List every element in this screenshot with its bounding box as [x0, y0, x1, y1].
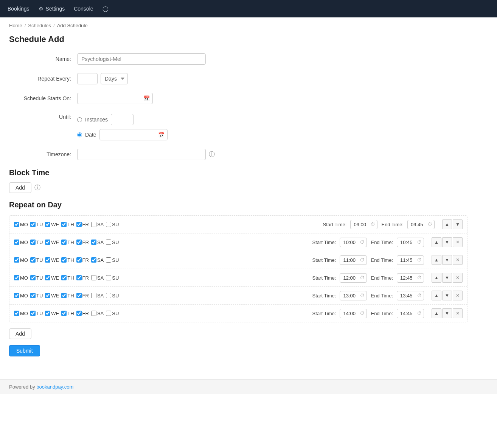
- day-check-sa[interactable]: SA: [91, 222, 104, 227]
- day-checkbox-we[interactable]: [45, 257, 50, 263]
- day-checkbox-we[interactable]: [45, 293, 50, 298]
- move-down-button[interactable]: ▼: [442, 308, 452, 318]
- day-checkbox-fr[interactable]: [76, 222, 82, 227]
- day-check-tu[interactable]: TU: [30, 240, 43, 245]
- day-checkbox-su[interactable]: [106, 293, 111, 298]
- day-check-th[interactable]: TH: [61, 222, 74, 227]
- day-checkbox-mo[interactable]: [14, 222, 19, 227]
- day-checkbox-sa[interactable]: [91, 311, 96, 316]
- nav-settings[interactable]: ⚙ Settings: [39, 6, 65, 12]
- day-checkbox-tu[interactable]: [30, 311, 36, 316]
- day-check-su[interactable]: SU: [106, 311, 119, 316]
- day-checkbox-we[interactable]: [45, 275, 50, 280]
- day-checkbox-fr[interactable]: [76, 240, 82, 245]
- day-checkbox-sa[interactable]: [91, 275, 96, 280]
- day-checkbox-tu[interactable]: [30, 240, 36, 245]
- day-check-su[interactable]: SU: [106, 222, 119, 227]
- nav-console[interactable]: Console: [74, 6, 93, 12]
- remove-row-button[interactable]: ✕: [453, 273, 463, 283]
- day-checkbox-th[interactable]: [61, 311, 67, 316]
- day-check-fr[interactable]: FR: [76, 311, 89, 316]
- breadcrumb-home[interactable]: Home: [9, 23, 22, 28]
- info-icon[interactable]: ⓘ: [209, 151, 215, 159]
- nav-bookings[interactable]: Bookings: [8, 6, 30, 12]
- day-check-mo[interactable]: MO: [14, 275, 28, 281]
- day-check-we[interactable]: WE: [45, 257, 59, 263]
- move-up-button[interactable]: ▲: [442, 219, 452, 229]
- day-check-sa[interactable]: SA: [91, 275, 104, 281]
- day-checkbox-fr[interactable]: [76, 293, 82, 298]
- day-check-we[interactable]: WE: [45, 275, 59, 281]
- day-checkbox-su[interactable]: [106, 311, 111, 316]
- day-checkbox-sa[interactable]: [91, 240, 96, 245]
- day-check-mo[interactable]: MO: [14, 293, 28, 299]
- day-check-sa[interactable]: SA: [91, 257, 104, 263]
- move-down-button[interactable]: ▼: [442, 255, 452, 265]
- day-check-we[interactable]: WE: [45, 311, 59, 316]
- day-checkbox-fr[interactable]: [76, 257, 82, 263]
- move-up-button[interactable]: ▲: [432, 255, 441, 265]
- repeat-every-input[interactable]: 1: [77, 73, 98, 84]
- repeat-every-unit-select[interactable]: Days: [101, 73, 128, 84]
- nav-user-icon[interactable]: ◯: [103, 6, 109, 12]
- day-check-tu[interactable]: TU: [30, 311, 43, 316]
- move-up-button[interactable]: ▲: [432, 308, 441, 318]
- day-checkbox-mo[interactable]: [14, 240, 19, 245]
- day-checkbox-th[interactable]: [61, 257, 67, 263]
- day-checkbox-th[interactable]: [61, 222, 67, 227]
- day-check-we[interactable]: WE: [45, 240, 59, 245]
- day-check-fr[interactable]: FR: [76, 257, 89, 263]
- day-checkbox-th[interactable]: [61, 293, 67, 298]
- day-check-mo[interactable]: MO: [14, 311, 28, 316]
- day-check-su[interactable]: SU: [106, 293, 119, 299]
- day-check-tu[interactable]: TU: [30, 275, 43, 281]
- block-time-info-icon[interactable]: ⓘ: [34, 184, 40, 192]
- until-instances-input[interactable]: [111, 114, 134, 125]
- until-date-input[interactable]: Thu, 05 Aug 2021: [99, 129, 168, 140]
- day-check-th[interactable]: TH: [61, 275, 74, 281]
- day-check-we[interactable]: WE: [45, 222, 59, 227]
- day-checkbox-su[interactable]: [106, 240, 111, 245]
- day-checkbox-we[interactable]: [45, 311, 50, 316]
- breadcrumb-schedules[interactable]: Schedules: [28, 23, 51, 28]
- remove-row-button[interactable]: ✕: [453, 255, 463, 265]
- move-up-button[interactable]: ▲: [432, 273, 441, 283]
- day-checkbox-mo[interactable]: [14, 293, 19, 298]
- until-calendar-icon[interactable]: 📅: [158, 132, 165, 138]
- day-checkbox-sa[interactable]: [91, 222, 96, 227]
- remove-row-button[interactable]: ✕: [453, 237, 463, 247]
- day-checkbox-we[interactable]: [45, 240, 50, 245]
- day-check-we[interactable]: WE: [45, 293, 59, 299]
- day-check-fr[interactable]: FR: [76, 240, 89, 245]
- day-check-fr[interactable]: FR: [76, 293, 89, 299]
- day-check-mo[interactable]: MO: [14, 257, 28, 263]
- day-check-th[interactable]: TH: [61, 257, 74, 263]
- day-checkbox-sa[interactable]: [91, 293, 96, 298]
- schedule-starts-input[interactable]: Tue, 04 Aug 2020: [77, 93, 153, 104]
- day-checkbox-su[interactable]: [106, 257, 111, 263]
- remove-row-button[interactable]: ✕: [453, 308, 463, 318]
- day-check-tu[interactable]: TU: [30, 257, 43, 263]
- move-down-button[interactable]: ▼: [442, 273, 452, 283]
- day-check-su[interactable]: SU: [106, 240, 119, 245]
- day-checkbox-tu[interactable]: [30, 257, 36, 263]
- block-time-add-button[interactable]: Add: [9, 182, 31, 193]
- day-checkbox-mo[interactable]: [14, 257, 19, 263]
- day-check-sa[interactable]: SA: [91, 311, 104, 316]
- move-down-button[interactable]: ▼: [442, 291, 452, 300]
- until-date-radio[interactable]: [77, 132, 82, 137]
- day-check-th[interactable]: TH: [61, 293, 74, 299]
- name-input[interactable]: [77, 53, 206, 65]
- remove-row-button[interactable]: ✕: [453, 291, 463, 300]
- timezone-input[interactable]: UTC: [77, 149, 206, 160]
- until-date-label[interactable]: Date: [85, 132, 96, 138]
- day-check-mo[interactable]: MO: [14, 240, 28, 245]
- day-check-fr[interactable]: FR: [76, 275, 89, 281]
- day-check-tu[interactable]: TU: [30, 293, 43, 299]
- until-instances-radio[interactable]: [77, 117, 82, 122]
- calendar-icon[interactable]: 📅: [143, 95, 150, 101]
- day-checkbox-th[interactable]: [61, 275, 67, 280]
- day-checkbox-tu[interactable]: [30, 293, 36, 298]
- day-check-fr[interactable]: FR: [76, 222, 89, 227]
- day-checkbox-tu[interactable]: [30, 222, 36, 227]
